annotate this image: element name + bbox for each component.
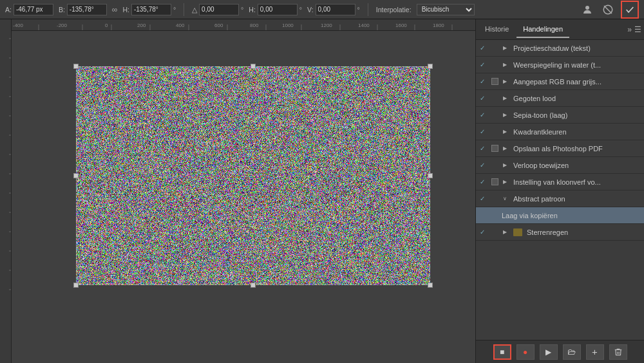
tri-3: ▶: [503, 79, 511, 84]
check-4: ✓: [480, 95, 489, 102]
actions-panel: Historie Handelingen » ☰ ✓ ▶ Projectiesc…: [475, 19, 644, 363]
action-item[interactable]: ✓ ▶ Projectieschaduw (tekst): [476, 40, 644, 57]
field-x-label: A:: [5, 6, 12, 14]
ruler-left: [0, 19, 12, 363]
field-h-input[interactable]: [131, 4, 171, 15]
degree-sym: °: [173, 6, 176, 14]
check-9: ✓: [480, 178, 489, 185]
play-button[interactable]: ▶: [540, 344, 558, 360]
main-area: -400 -200 0 200 400 600 800 1000 1200 14…: [0, 19, 644, 363]
degree-sym3: °: [299, 6, 302, 14]
svg-text:200: 200: [137, 23, 146, 28]
angle-label: △: [192, 6, 197, 14]
tab-actions[interactable]: Handelingen: [516, 21, 569, 38]
folder-icon-12: [513, 228, 522, 236]
cancel-icon[interactable]: [600, 2, 616, 17]
svg-text:1800: 1800: [433, 23, 444, 28]
tri-6: ▶: [503, 129, 511, 135]
action-item[interactable]: ✓ ▶ Instelling van kloonverf vo...: [476, 174, 644, 191]
play-icon: ▶: [545, 348, 551, 357]
record-icon: ●: [523, 348, 527, 357]
action-item-sub[interactable]: Laag via kopiëren: [476, 207, 644, 224]
interpolation-select[interactable]: Bicubisch Bilineair Dichtstbijzijnd: [417, 4, 475, 15]
new-action-button[interactable]: +: [586, 344, 604, 360]
check-3: ✓: [480, 78, 489, 85]
field-b-label: B:: [59, 6, 65, 14]
delete-button[interactable]: [609, 344, 627, 360]
confirm-button[interactable]: [621, 1, 639, 19]
layer-square-7: [491, 145, 498, 152]
svg-text:800: 800: [250, 23, 259, 28]
tri-8: ▶: [503, 162, 511, 168]
action-label-2: Weerspiegeling in water (t...: [513, 61, 640, 69]
separator-2: [368, 3, 368, 16]
panel-bottom: ■ ● ▶ 🗁 +: [476, 340, 644, 363]
field-h2-input[interactable]: [258, 4, 298, 15]
field-x: A:: [5, 4, 53, 15]
action-item[interactable]: ✓ ▶ Weerspiegeling in water (t...: [476, 57, 644, 73]
delete-icon: [614, 348, 623, 357]
field-v: V: °: [307, 4, 360, 15]
action-item[interactable]: ✓ ▶ Opslaan als Photoshop PDF: [476, 140, 644, 157]
action-label-8: Verloop toewijzen: [513, 162, 640, 169]
separator-1: [184, 3, 184, 16]
action-label-11: Laag via kopiëren: [502, 212, 640, 219]
expand-panels-icon[interactable]: »: [627, 25, 632, 34]
link-icon[interactable]: ∞: [112, 5, 118, 14]
action-item[interactable]: ✓ ▶ Aangepast RGB naar grijs...: [476, 73, 644, 90]
top-right-icons: [580, 0, 639, 19]
sq-7: [491, 145, 500, 152]
tri-9: ▶: [503, 179, 511, 185]
field-b-input[interactable]: [67, 4, 107, 15]
stop-button[interactable]: ■: [493, 344, 511, 360]
handle-bc[interactable]: [251, 283, 256, 288]
check-1: ✓: [480, 44, 489, 51]
field-b: B:: [59, 4, 107, 15]
tri-12: ▶: [503, 229, 511, 235]
action-item[interactable]: ✓ ▶ Sterrenregen: [476, 224, 644, 241]
action-item[interactable]: ✓ ▶ Verloop toewijzen: [476, 157, 644, 174]
check-8: ✓: [480, 162, 489, 169]
field-x-input[interactable]: [14, 4, 53, 15]
tab-history[interactable]: Historie: [478, 21, 515, 38]
action-item[interactable]: ✓ ∨ Abstract patroon: [476, 191, 644, 207]
ruler-top-svg: -400 -200 0 200 400 600 800 1000 1200 14…: [12, 19, 475, 30]
handle-tc[interactable]: [251, 64, 256, 69]
panel-menu-icon[interactable]: ☰: [634, 25, 641, 34]
check-2: ✓: [480, 61, 489, 68]
top-toolbar: A: B: ∞ H: ° △ ° H: ° V: ° Interpolatie:…: [0, 0, 644, 19]
action-item[interactable]: ✓ ▶ Sepia-toon (laag): [476, 107, 644, 124]
canvas-area: -400 -200 0 200 400 600 800 1000 1200 14…: [0, 19, 475, 363]
angle-input[interactable]: [199, 4, 239, 15]
handle-br[interactable]: [428, 283, 433, 288]
svg-text:0: 0: [105, 23, 108, 28]
folder-icon-btn: 🗁: [567, 347, 576, 357]
handle-mr[interactable]: [428, 173, 433, 178]
stop-icon: ■: [500, 348, 504, 357]
action-item[interactable]: ✓ ▶ Kwadrantkleuren: [476, 124, 644, 140]
person-icon[interactable]: [580, 2, 595, 17]
svg-rect-3: [0, 19, 11, 363]
check-6: ✓: [480, 128, 489, 135]
layer-square-9: [491, 178, 498, 185]
svg-text:-200: -200: [57, 23, 68, 28]
panel-tab-extras: » ☰: [627, 25, 641, 34]
field-v-input[interactable]: [316, 4, 355, 15]
handle-tl[interactable]: [73, 64, 79, 69]
handle-ml[interactable]: [73, 173, 79, 178]
action-item[interactable]: ✓ ▶ Gegoten lood: [476, 90, 644, 107]
add-icon: +: [592, 346, 598, 357]
action-label-1: Projectieschaduw (tekst): [513, 44, 640, 52]
handle-bl[interactable]: [73, 283, 79, 288]
svg-line-2: [604, 6, 612, 14]
record-button[interactable]: ●: [516, 344, 535, 360]
field-h: H: °: [122, 4, 176, 15]
handle-tr[interactable]: [428, 64, 433, 69]
new-folder-button[interactable]: 🗁: [563, 344, 581, 360]
field-h2: H: °: [249, 4, 302, 15]
action-label-3: Aangepast RGB naar grijs...: [513, 78, 640, 86]
action-label-4: Gegoten lood: [513, 95, 640, 102]
action-label-10: Abstract patroon: [513, 195, 640, 203]
canvas-content: [12, 31, 475, 363]
layer-square-3: [491, 78, 498, 85]
